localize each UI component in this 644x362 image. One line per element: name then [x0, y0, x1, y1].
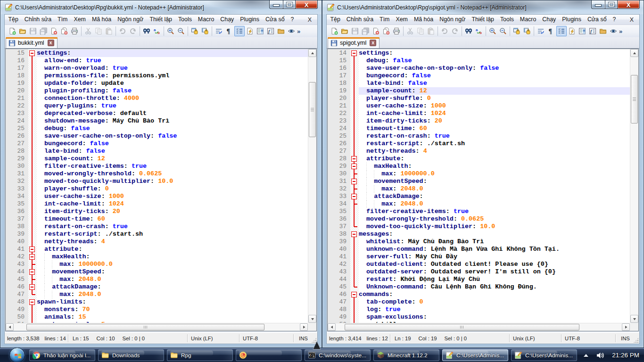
fold-collapse-button[interactable] [351, 292, 357, 297]
fold-collapse-button[interactable] [29, 254, 35, 260]
scroll-down-button[interactable] [308, 315, 316, 323]
toolbar-sync-horizontal-button[interactable] [200, 26, 210, 36]
toolbar-replace-button[interactable] [474, 26, 484, 36]
menu-item-cas[interactable]: Cửa sổ [584, 15, 610, 24]
menu-doc-close-button[interactable]: X [307, 16, 313, 23]
menu-item-mha[interactable]: Mã hóa [411, 15, 436, 24]
toolbar-new-file-button[interactable] [329, 26, 339, 36]
toolbar-folder-as-workspace-button[interactable] [598, 26, 608, 36]
vertical-scrollbar[interactable] [630, 49, 638, 323]
toolbar-print-button[interactable] [69, 26, 80, 36]
toolbar-sync-horizontal-button[interactable] [522, 26, 532, 36]
toolbar-close-all-button[interactable] [381, 26, 391, 36]
fold-collapse-button[interactable] [29, 299, 35, 305]
toolbar-undo-button[interactable] [117, 26, 128, 36]
toolbar-show-all-characters-button[interactable] [224, 26, 234, 36]
toolbar-redo-button[interactable] [128, 26, 138, 36]
toolbar-sync-vertical-button[interactable] [190, 26, 200, 36]
toolbar-find-button[interactable] [141, 26, 152, 36]
menu-item-?[interactable]: ? [610, 15, 619, 24]
menu-item-chnhsa[interactable]: Chỉnh sửa [343, 15, 376, 24]
taskbar-button-coccoc[interactable] [236, 349, 302, 361]
toolbar-show-indent-guide-button[interactable] [556, 26, 567, 36]
toolbar-function-list-button[interactable] [265, 26, 276, 36]
taskbar-button-th-o-lu-n-ngo-i-l[interactable]: Thảo luận ngoài l... [29, 349, 95, 361]
menu-item-ngnng[interactable]: Ngôn ngữ [437, 15, 469, 24]
toolbar-save-all-button[interactable] [360, 26, 371, 36]
editor-surface[interactable]: settings: debug: false save-user-cache-o… [328, 49, 638, 331]
fold-collapse-button[interactable] [29, 284, 35, 290]
toolbar-close-file-button[interactable] [371, 26, 381, 36]
menu-item-tm[interactable]: Tìm [377, 15, 393, 24]
scroll-left-button[interactable] [328, 323, 336, 331]
fold-collapse-button[interactable] [29, 50, 35, 56]
fold-collapse-button[interactable] [351, 156, 357, 162]
menu-item-cas[interactable]: Cửa sổ [262, 15, 288, 24]
toolbar-zoom-in-button[interactable] [487, 26, 498, 36]
fold-collapse-button[interactable] [29, 247, 35, 252]
fold-collapse-button[interactable] [351, 231, 357, 237]
toolbar-print-button[interactable] [391, 26, 402, 36]
menu-item-tools[interactable]: Tools [175, 15, 195, 24]
vertical-scroll-thumb[interactable] [309, 82, 316, 137]
toolbar-replace-button[interactable] [152, 26, 162, 36]
toolbar-word-wrap-button[interactable] [214, 26, 224, 36]
menu-item-tp[interactable]: Tệp [5, 15, 21, 24]
toolbar-overflow-chevron[interactable]: » [297, 28, 300, 35]
menu-item-tools[interactable]: Tools [497, 15, 517, 24]
minimize-button[interactable] [591, 0, 605, 9]
horizontal-scroll-thumb[interactable] [345, 324, 579, 330]
start-button[interactable] [9, 347, 25, 362]
menu-item-ngnng[interactable]: Ngôn ngữ [115, 15, 147, 24]
taskbar-button-minecraft-1-12-2[interactable]: Minecraft 1.12.2 [373, 349, 439, 361]
menu-item-tp[interactable]: Tệp [327, 15, 343, 24]
taskbar-button-c-users-adminis[interactable]: C:\Users\Adminis... [442, 349, 508, 361]
toolbar-close-file-button[interactable] [49, 26, 59, 36]
vertical-scrollbar[interactable] [308, 49, 316, 323]
menu-item-chy[interactable]: Chạy [539, 15, 559, 24]
taskbar-button-downloads[interactable]: Downloads [98, 349, 164, 361]
toolbar-cut-button[interactable] [405, 26, 415, 36]
toolbar-save-file-button[interactable] [28, 26, 38, 36]
toolbar-open-file-button[interactable] [17, 26, 28, 36]
toolbar-save-file-button[interactable] [350, 26, 360, 36]
toolbar-user-defined-language-button[interactable] [245, 26, 255, 36]
horizontal-scrollbar[interactable] [6, 323, 308, 331]
fold-collapse-button[interactable] [351, 179, 357, 184]
toolbar-monitoring-button[interactable] [608, 26, 619, 36]
menu-item-?[interactable]: ? [288, 15, 297, 24]
menu-item-macro[interactable]: Macro [195, 15, 217, 24]
tray-show-hidden-icons[interactable] [584, 354, 588, 357]
fold-collapse-button[interactable] [29, 269, 35, 275]
toolbar-show-indent-guide-button[interactable] [234, 26, 245, 36]
menu-item-plugins[interactable]: Plugins [559, 15, 585, 24]
toolbar-zoom-out-button[interactable] [176, 26, 186, 36]
toolbar-sync-vertical-button[interactable] [512, 26, 522, 36]
toolbar-find-button[interactable] [463, 26, 474, 36]
menu-item-xem[interactable]: Xem [393, 15, 411, 24]
toolbar-paste-button[interactable] [426, 26, 436, 36]
menu-item-xem[interactable]: Xem [71, 15, 89, 24]
tab-close-button[interactable]: x [370, 40, 376, 46]
tab-bukkit-yml[interactable]: bukkit.ymlx [6, 37, 58, 48]
toolbar-open-file-button[interactable] [339, 26, 350, 36]
toolbar-show-all-characters-button[interactable] [546, 26, 556, 36]
taskbar-button-c-windows-syste[interactable]: C:\windows\syste... [305, 349, 371, 361]
menu-item-tm[interactable]: Tìm [55, 15, 71, 24]
toolbar-close-all-button[interactable] [59, 26, 69, 36]
toolbar-zoom-out-button[interactable] [498, 26, 508, 36]
menu-item-chnhsa[interactable]: Chỉnh sửa [21, 15, 54, 24]
scroll-right-button[interactable] [300, 323, 308, 331]
scroll-up-button[interactable] [630, 49, 638, 57]
horizontal-scroll-thumb[interactable] [26, 324, 264, 330]
toolbar-document-map-button[interactable] [255, 26, 265, 36]
toolbar-folder-as-workspace-button[interactable] [276, 26, 286, 36]
toolbar-user-defined-language-button[interactable] [567, 26, 577, 36]
toolbar-zoom-in-button[interactable] [165, 26, 176, 36]
toolbar-document-map-button[interactable] [577, 26, 587, 36]
toolbar-undo-button[interactable] [439, 26, 450, 36]
menu-doc-close-button[interactable]: X [629, 16, 635, 23]
tab-spigot-yml[interactable]: spigot.ymlx [328, 37, 380, 48]
taskbar-clock[interactable]: 21:26 PM [612, 352, 639, 359]
toolbar-overflow-chevron[interactable]: » [619, 28, 622, 35]
